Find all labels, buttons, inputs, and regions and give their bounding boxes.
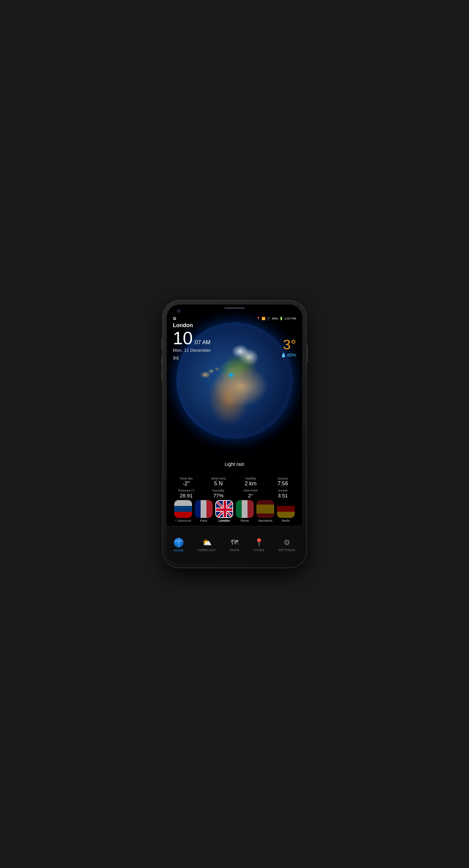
cities-icon: 📍 bbox=[254, 538, 264, 547]
maps-icon: 🗺 bbox=[231, 538, 238, 547]
nav-cities[interactable]: 📍 CITIES bbox=[249, 535, 268, 555]
city-london[interactable]: London bbox=[215, 500, 233, 522]
forecast-icon: ⛅ bbox=[202, 538, 212, 547]
city-rome[interactable]: Rome bbox=[236, 500, 254, 522]
sunrise-value: 7:56 bbox=[267, 481, 299, 487]
pressure-value: 28.91 bbox=[170, 493, 202, 498]
stat-sunrise: Sunrise 7:56 Sunset 3:51 bbox=[267, 477, 299, 498]
precipitation-row: 💧 60% bbox=[281, 352, 296, 358]
city-london-label: London bbox=[219, 519, 230, 522]
nav-forecast-label: FORECAST bbox=[198, 548, 216, 552]
share-button[interactable]: ⋈ bbox=[173, 354, 179, 362]
city-paris-label: Paris bbox=[200, 519, 207, 522]
stat-visibility: Visibility 2 km Dew Point 2° bbox=[234, 477, 267, 498]
time-big: 10 bbox=[173, 329, 193, 347]
city-rome-label: Rome bbox=[241, 519, 249, 522]
dew-point-value: 2° bbox=[234, 493, 267, 498]
weather-right: 🌧 3° 💧 60% bbox=[281, 322, 296, 358]
nav-forecast[interactable]: ⛅ FORECAST bbox=[194, 535, 220, 555]
nav-cities-label: CITIES bbox=[253, 548, 264, 552]
city-ulyanovsk[interactable]: * Ulyanovsk bbox=[174, 500, 192, 522]
flag-ulyanovsk bbox=[174, 500, 192, 518]
wifi-icon: 📶 bbox=[262, 317, 265, 320]
nav-maps[interactable]: 🗺 MAPS bbox=[226, 535, 244, 555]
nav-settings[interactable]: ⚙ SETTINGS bbox=[274, 535, 299, 555]
sunset-label: Sunset bbox=[267, 489, 299, 492]
home-globe-icon bbox=[174, 538, 183, 547]
city-name: London bbox=[173, 322, 211, 328]
date-display: Mon, 11 December bbox=[173, 348, 211, 353]
flag-rome bbox=[236, 500, 254, 518]
city-paris[interactable]: Paris bbox=[195, 500, 213, 522]
flag-berlin bbox=[277, 500, 295, 518]
phone-inner: 🖼 📍 📶 📱 89% 🔋 2:07 PM bbox=[167, 305, 302, 563]
battery-icon: 🔋 bbox=[279, 317, 283, 320]
phone-outer: 🖼 📍 📶 📱 89% 🔋 2:07 PM bbox=[163, 300, 306, 568]
placeholder-icon: 🖼 bbox=[173, 317, 176, 320]
weather-condition: Light rain bbox=[167, 461, 302, 467]
stat-wind: Wind (m/s) 5 N Humidity 77% bbox=[202, 477, 234, 498]
stats-grid: Feels like -2° Pressure (") 28.91 Wind (… bbox=[167, 477, 302, 498]
precipitation-value: 60% bbox=[287, 352, 296, 358]
status-left: 🖼 bbox=[173, 317, 177, 320]
city-berlin[interactable]: Berlin bbox=[277, 500, 295, 522]
wind-value: 5 N bbox=[202, 481, 234, 487]
status-bar: 🖼 📍 📶 📱 89% 🔋 2:07 PM bbox=[167, 315, 302, 322]
time-small: :07 AM bbox=[193, 339, 211, 346]
weather-header: London 10 :07 AM Mon, 11 December bbox=[173, 322, 211, 353]
stat-feels-like: Feels like -2° Pressure (") 28.91 bbox=[170, 477, 202, 498]
clock-time: 2:07 PM bbox=[284, 317, 296, 320]
sunrise-label: Sunrise bbox=[267, 477, 299, 480]
sunset-value: 3:51 bbox=[267, 493, 299, 498]
pressure-label: Pressure (") bbox=[170, 489, 202, 492]
settings-icon: ⚙ bbox=[283, 538, 290, 547]
city-barcelona[interactable]: Barcelona bbox=[256, 500, 274, 522]
humidity-label: Humidity bbox=[202, 489, 234, 492]
visibility-value: 2 km bbox=[234, 481, 267, 487]
city-barcelona-label: Barcelona bbox=[258, 519, 272, 522]
bottom-nav: HOME ⛅ FORECAST 🗺 MAPS 📍 CITIES ⚙ SETTIN… bbox=[167, 526, 302, 563]
feels-like-value: -2° bbox=[170, 481, 202, 487]
drop-icon: 💧 bbox=[281, 352, 286, 358]
time-display: 10 :07 AM bbox=[173, 329, 211, 347]
feels-like-label: Feels like bbox=[170, 477, 202, 480]
city-ulyanovsk-label: * Ulyanovsk bbox=[175, 519, 191, 522]
flag-paris bbox=[195, 500, 213, 518]
visibility-label: Visibility bbox=[234, 477, 267, 480]
camera bbox=[177, 309, 180, 313]
nav-maps-label: MAPS bbox=[230, 548, 240, 552]
cloud-rain-icon: 🌧 bbox=[283, 322, 296, 337]
wind-label: Wind (m/s) bbox=[202, 477, 234, 480]
flag-london bbox=[215, 500, 233, 518]
speaker bbox=[224, 307, 245, 309]
temperature-main: 3° bbox=[283, 338, 296, 351]
cities-row: * Ulyanovsk Paris bbox=[167, 500, 302, 522]
flag-barcelona bbox=[256, 500, 274, 518]
nav-home-label: HOME bbox=[174, 549, 184, 552]
humidity-value: 77% bbox=[202, 493, 234, 498]
nav-home[interactable]: HOME bbox=[170, 535, 188, 555]
status-right: 📍 📶 📱 89% 🔋 2:07 PM bbox=[256, 317, 296, 320]
signal-icon: 📱 bbox=[267, 317, 270, 320]
location-icon: 📍 bbox=[256, 317, 260, 320]
screen-content: 🖼 📍 📶 📱 89% 🔋 2:07 PM bbox=[167, 305, 302, 563]
location-dot bbox=[230, 374, 232, 376]
svg-rect-8 bbox=[216, 508, 233, 511]
city-berlin-label: Berlin bbox=[282, 519, 290, 522]
nav-settings-label: SETTINGS bbox=[278, 548, 295, 552]
battery-text: 89% bbox=[272, 317, 278, 320]
dew-point-label: Dew Point bbox=[234, 489, 267, 492]
